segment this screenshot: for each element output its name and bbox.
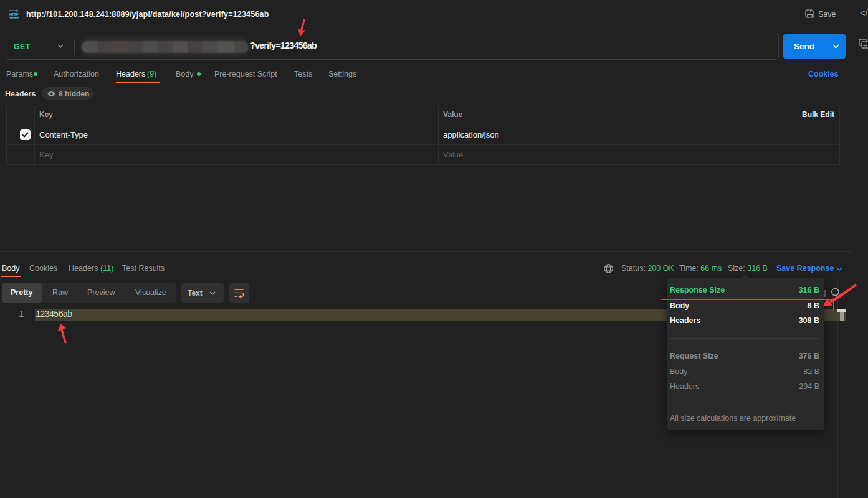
svg-text:HTTP: HTTP bbox=[9, 12, 19, 17]
